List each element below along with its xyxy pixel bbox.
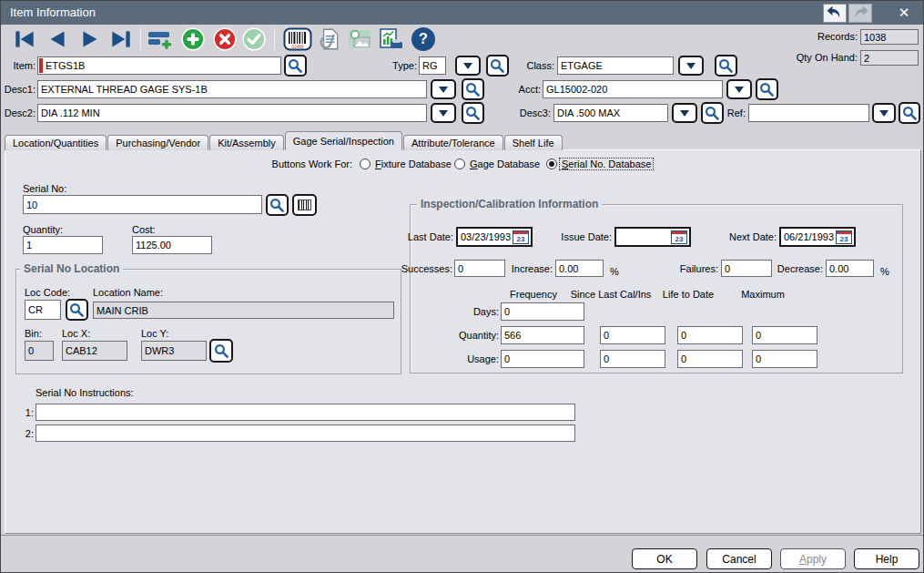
last-date-field[interactable]: 03/23/1993 23 xyxy=(456,227,533,247)
acct-input[interactable] xyxy=(543,80,723,98)
serial-no-database-radio-label[interactable]: Serial No. Database xyxy=(560,159,653,169)
failures-label: Failures: xyxy=(664,263,718,274)
usage-maximum-input[interactable] xyxy=(752,350,817,368)
required-marker xyxy=(39,58,43,73)
confirm-check-icon[interactable] xyxy=(241,26,267,52)
serial-no-barcode-button[interactable] xyxy=(292,194,317,216)
desc1-search-button[interactable] xyxy=(462,78,484,100)
ref-dropdown-button[interactable] xyxy=(872,103,896,123)
item-search-button[interactable] xyxy=(284,55,307,77)
serial-no-label: Serial No: xyxy=(23,183,66,194)
calendar-button[interactable]: 23 xyxy=(671,230,687,244)
search-icon xyxy=(705,106,720,121)
instruction-1-input[interactable] xyxy=(36,404,575,421)
loc-y-label: Loc Y: xyxy=(141,328,168,339)
tab-attribute-tolerance[interactable]: Attribute/Tolerance xyxy=(403,135,503,150)
undo-icon xyxy=(825,5,845,23)
desc3-dropdown-button[interactable] xyxy=(672,103,697,123)
type-input[interactable] xyxy=(419,56,446,75)
tab-shelf-life[interactable]: Shelf Life xyxy=(504,135,563,150)
tab-location-quantities[interactable]: Location/Quantities xyxy=(5,135,107,150)
add-record-icon[interactable] xyxy=(147,26,172,52)
loc-x-label: Loc X: xyxy=(62,328,90,339)
desc1-dropdown-button[interactable] xyxy=(431,79,456,99)
search-icon xyxy=(269,198,285,213)
help-button[interactable]: Help xyxy=(854,548,919,569)
acct-search-button[interactable] xyxy=(756,78,778,100)
decrease-input[interactable] xyxy=(826,260,874,277)
photo-icon[interactable] xyxy=(347,26,372,52)
loc-code-label: Loc Code: xyxy=(25,287,70,298)
desc1-input[interactable] xyxy=(37,80,427,98)
class-dropdown-button[interactable] xyxy=(678,56,704,76)
days-frequency-input[interactable] xyxy=(501,302,584,321)
quantity-frequency-input[interactable] xyxy=(501,326,584,344)
calendar-button[interactable]: 23 xyxy=(513,230,529,244)
attachment-icon[interactable] xyxy=(316,26,341,52)
undo-button[interactable] xyxy=(823,4,847,23)
records-field xyxy=(860,29,919,45)
increase-input[interactable] xyxy=(555,260,604,277)
gage-database-radio[interactable] xyxy=(454,159,465,169)
ref-input[interactable] xyxy=(748,104,869,122)
next-record-button[interactable] xyxy=(77,26,103,52)
desc3-input[interactable] xyxy=(553,104,668,122)
quantity-life-to-date-input[interactable] xyxy=(677,326,743,344)
calendar-button[interactable]: 23 xyxy=(836,230,852,244)
ok-button[interactable]: OK xyxy=(632,548,697,569)
acct-dropdown-button[interactable] xyxy=(726,79,752,99)
item-input[interactable] xyxy=(37,56,281,75)
last-record-button[interactable] xyxy=(108,26,134,52)
loc-code-input[interactable] xyxy=(25,300,61,320)
search-icon xyxy=(69,302,85,318)
days-row-label: Days: xyxy=(444,306,499,317)
search-icon xyxy=(465,106,481,121)
bin-field xyxy=(25,341,54,361)
cost-input[interactable] xyxy=(132,236,212,254)
report-print-icon[interactable] xyxy=(379,26,404,52)
loc-code-search-button[interactable] xyxy=(66,299,88,321)
tab-purchasing-vendor[interactable]: Purchasing/Vendor xyxy=(107,135,208,150)
next-date-field[interactable]: 06/21/1993 23 xyxy=(779,227,856,247)
tab-gage-serial-inspection[interactable]: Gage Serial/Inspection xyxy=(285,131,402,150)
serial-no-instructions-title: Serial No Instructions: xyxy=(36,387,134,398)
tab-kit-assembly[interactable]: Kit/Assembly xyxy=(209,135,284,150)
window-title: Item Information xyxy=(10,5,96,19)
barcode-icon[interactable]: 01469 xyxy=(283,26,312,52)
desc2-search-button[interactable] xyxy=(462,102,484,124)
gage-database-radio-label[interactable]: Gage Database xyxy=(470,159,540,169)
grid-header-maximum: Maximum xyxy=(717,289,808,300)
ref-search-button[interactable] xyxy=(899,102,920,124)
previous-record-button[interactable] xyxy=(45,26,70,52)
loc-xy-search-button[interactable] xyxy=(209,339,233,363)
usage-life-to-date-input[interactable] xyxy=(677,350,743,368)
cancel-button[interactable]: Cancel xyxy=(706,548,772,569)
issue-date-field[interactable]: 23 xyxy=(614,227,691,247)
quantity-maximum-input[interactable] xyxy=(752,326,817,344)
usage-frequency-input[interactable] xyxy=(501,350,584,368)
usage-since-last-input[interactable] xyxy=(600,350,665,368)
help-icon[interactable]: ? xyxy=(411,27,435,51)
fixture-database-radio[interactable] xyxy=(360,159,371,169)
cancel-record-icon[interactable] xyxy=(212,26,238,52)
fixture-database-radio-label[interactable]: Fixture Database xyxy=(375,159,452,169)
add-plus-icon[interactable] xyxy=(180,26,206,52)
serial-no-search-button[interactable] xyxy=(266,194,289,216)
type-search-button[interactable] xyxy=(486,55,509,77)
failures-input[interactable] xyxy=(721,260,772,277)
class-input[interactable] xyxy=(557,56,674,75)
type-dropdown-button[interactable] xyxy=(455,56,481,76)
desc2-dropdown-button[interactable] xyxy=(431,103,456,123)
first-record-button[interactable] xyxy=(12,26,37,52)
serial-no-input[interactable] xyxy=(23,195,262,214)
instruction-2-input[interactable] xyxy=(36,425,575,442)
serial-no-database-radio[interactable] xyxy=(546,159,557,169)
quantity-since-last-input[interactable] xyxy=(600,326,665,344)
gage-serial-inspection-panel: Buttons Work For: Fixture Database Gage … xyxy=(5,149,921,534)
desc2-input[interactable] xyxy=(37,104,427,122)
type-label: Type: xyxy=(382,60,417,71)
close-button[interactable]: ✕ xyxy=(892,3,916,23)
class-search-button[interactable] xyxy=(715,55,737,77)
quantity-input[interactable] xyxy=(23,236,103,254)
records-label: Records: xyxy=(776,31,858,42)
